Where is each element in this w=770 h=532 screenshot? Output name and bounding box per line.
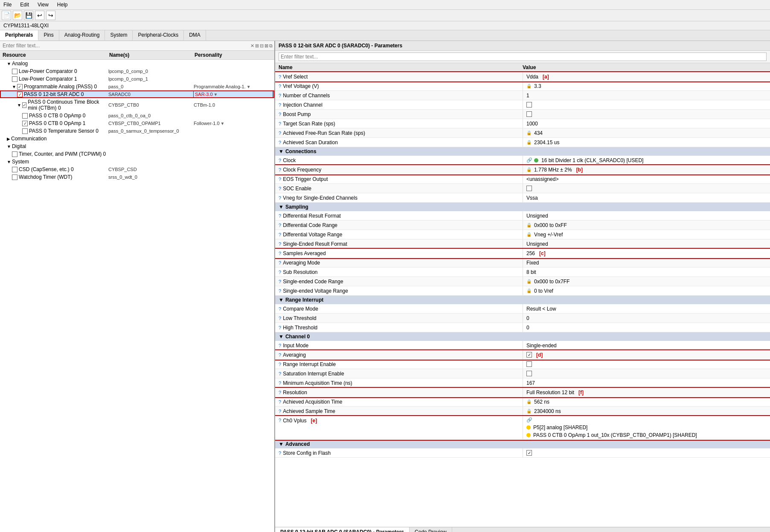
redo-button[interactable]: ↪ bbox=[46, 11, 55, 20]
list-item[interactable]: ▶Communication bbox=[0, 135, 274, 142]
help-icon[interactable]: ? bbox=[279, 186, 281, 191]
list-item[interactable]: ✓ PASS 0 CTB 0 OpAmp 1 CYBSP_CTB0_OPAMP1… bbox=[0, 119, 274, 127]
list-item[interactable]: Low-Power Comparator 1 lpcomp_0_comp_1 bbox=[0, 75, 274, 83]
help-icon[interactable]: ? bbox=[279, 167, 281, 172]
collapse-icon[interactable]: ▼ bbox=[279, 334, 284, 340]
help-icon[interactable]: ? bbox=[279, 270, 281, 275]
help-icon[interactable]: ? bbox=[279, 140, 281, 145]
param-row: ?Range Interrupt Enable bbox=[275, 360, 770, 369]
sat-int-cb[interactable] bbox=[526, 371, 532, 376]
help-icon[interactable]: ? bbox=[279, 362, 281, 367]
opamp1-name: CYBSP_CTB0_OPAMP1 bbox=[108, 121, 194, 126]
help-icon[interactable]: ? bbox=[279, 399, 281, 404]
help-icon[interactable]: ? bbox=[279, 112, 281, 117]
help-icon[interactable]: ? bbox=[279, 409, 281, 414]
link-icon[interactable]: 🔗 bbox=[526, 417, 532, 423]
help-icon[interactable]: ? bbox=[279, 93, 281, 98]
list-item[interactable]: Timer, Counter, and PWM (TCPWM) 0 bbox=[0, 150, 274, 158]
help-icon[interactable]: ? bbox=[279, 381, 281, 386]
list-item[interactable]: ▼System bbox=[0, 158, 274, 166]
tab-dma[interactable]: DMA bbox=[184, 30, 206, 41]
help-icon[interactable]: ? bbox=[279, 343, 281, 348]
param-value[interactable]: Vdda [a] bbox=[523, 72, 770, 81]
averaging-cb[interactable]: ✓ bbox=[526, 352, 532, 358]
undo-button[interactable]: ↩ bbox=[35, 11, 44, 20]
menu-item-help[interactable]: Help bbox=[55, 1, 70, 9]
menu-item-edit[interactable]: Edit bbox=[18, 1, 31, 9]
help-icon[interactable]: ? bbox=[279, 390, 281, 395]
help-icon[interactable]: ? bbox=[279, 306, 281, 311]
help-icon[interactable]: ? bbox=[279, 241, 281, 247]
soc-cb[interactable] bbox=[526, 186, 532, 191]
help-icon[interactable]: ? bbox=[279, 371, 281, 376]
tab-system[interactable]: System bbox=[105, 30, 133, 41]
list-item[interactable]: ▼ ✓ PASS 0 Continuous Time Block mini (C… bbox=[0, 98, 274, 112]
help-icon[interactable]: ? bbox=[279, 84, 281, 89]
list-item[interactable]: Watchdog Timer (WDT) srss_0_wdt_0 bbox=[0, 173, 274, 181]
help-icon[interactable]: ? bbox=[279, 316, 281, 321]
help-icon[interactable]: ? bbox=[279, 451, 281, 456]
help-icon[interactable]: ? bbox=[279, 177, 281, 182]
store-config-cb[interactable]: ✓ bbox=[526, 450, 532, 456]
list-item[interactable]: PASS 0 Temperature Sensor 0 pass_0_sarmu… bbox=[0, 127, 274, 135]
open-button[interactable]: 📂 bbox=[13, 11, 22, 20]
list-item[interactable]: ▼Digital bbox=[0, 142, 274, 150]
new-button[interactable]: 📄 bbox=[2, 11, 11, 20]
collapse-icon[interactable]: ▼ bbox=[279, 148, 284, 154]
params-filter-input[interactable] bbox=[279, 52, 767, 61]
filter-icon[interactable]: ⊞ bbox=[255, 43, 259, 49]
help-icon[interactable]: ? bbox=[279, 418, 281, 423]
collapse-icon[interactable]: ▼ bbox=[279, 441, 284, 447]
collapse-icon[interactable]: ⊠ bbox=[264, 43, 268, 49]
param-row: ?Low Threshold 0 bbox=[275, 314, 770, 323]
menu-item-file[interactable]: File bbox=[2, 1, 13, 9]
list-item[interactable]: ✓ PASS 0 12-bit SAR ADC 0 SARADC0 SAR-3.… bbox=[0, 90, 274, 98]
bottom-tab-code[interactable]: Code Preview bbox=[410, 527, 452, 532]
help-icon[interactable]: ? bbox=[279, 195, 281, 201]
list-item[interactable]: ▼Analog bbox=[0, 60, 274, 67]
link-icon[interactable]: 🔗 bbox=[526, 157, 532, 163]
help-icon[interactable]: ? bbox=[279, 288, 281, 294]
list-item[interactable]: Low-Power Comparator 0 lpcomp_0_comp_0 bbox=[0, 67, 274, 75]
help-icon[interactable]: ? bbox=[279, 102, 281, 108]
param-row: ?Differential Code Range 🔒0x000 to 0xFF bbox=[275, 221, 770, 230]
bottom-tab-params[interactable]: PASS 0 12-bit SAR ADC 0 (SARADC0) - Para… bbox=[275, 527, 410, 532]
help-icon[interactable]: ? bbox=[279, 131, 281, 136]
left-filter-input[interactable] bbox=[2, 42, 250, 49]
range-int-cb[interactable] bbox=[526, 361, 532, 367]
boost-cb[interactable] bbox=[526, 111, 532, 117]
help-icon[interactable]: ? bbox=[279, 279, 281, 284]
save-button[interactable]: 💾 bbox=[24, 11, 33, 20]
help-icon[interactable]: ? bbox=[279, 232, 281, 237]
clear-filter-icon[interactable]: ✕ bbox=[250, 43, 254, 49]
help-icon[interactable]: ? bbox=[279, 325, 281, 330]
help-icon[interactable]: ? bbox=[279, 213, 281, 218]
injection-cb[interactable] bbox=[526, 102, 532, 108]
help-icon[interactable]: ? bbox=[279, 121, 281, 126]
collapse-icon[interactable]: ▼ bbox=[279, 297, 284, 303]
help-icon[interactable]: ? bbox=[279, 223, 281, 228]
tab-pins[interactable]: Pins bbox=[38, 30, 59, 41]
param-row: ?Vneg for Single-Ended Channels Vssa bbox=[275, 193, 770, 203]
param-row: ?Achieved Scan Duration 🔒2304.15 us bbox=[275, 138, 770, 147]
help-icon[interactable]: ? bbox=[279, 74, 281, 79]
help-icon[interactable]: ? bbox=[279, 260, 281, 265]
menu-item-view[interactable]: View bbox=[36, 1, 50, 9]
tab-analog-routing[interactable]: Analog-Routing bbox=[59, 30, 105, 41]
help-icon[interactable]: ? bbox=[279, 251, 281, 256]
list-item[interactable]: ▼ ✓ Programmable Analog (PASS) 0 pass_0 … bbox=[0, 83, 274, 90]
help-icon[interactable]: ? bbox=[279, 158, 281, 163]
lpc1-label: Low-Power Comparator 1 bbox=[19, 76, 77, 82]
param-row: ?Boost Pump bbox=[275, 110, 770, 119]
lpc0-name: lpcomp_0_comp_0 bbox=[108, 69, 194, 74]
collapse-icon[interactable]: ▼ bbox=[279, 204, 284, 210]
list-item[interactable]: PASS 0 CTB 0 OpAmp 0 pass_0_ctb_0_oa_0 bbox=[0, 112, 274, 119]
expand-icon[interactable]: ⊟ bbox=[260, 43, 264, 49]
tab-peripherals[interactable]: Peripherals bbox=[0, 30, 38, 41]
bottom-tab-bar: PASS 0 12-bit SAR ADC 0 (SARADC0) - Para… bbox=[275, 527, 770, 532]
tab-peripheral-clocks[interactable]: Peripheral-Clocks bbox=[133, 30, 184, 41]
filter-bar: ✕ ⊞ ⊟ ⊠ ⧉ bbox=[0, 41, 274, 51]
copy-icon[interactable]: ⧉ bbox=[269, 43, 273, 49]
list-item[interactable]: CSD (CapSense, etc.) 0 CYBSP_CSD bbox=[0, 166, 274, 173]
help-icon[interactable]: ? bbox=[279, 352, 281, 358]
